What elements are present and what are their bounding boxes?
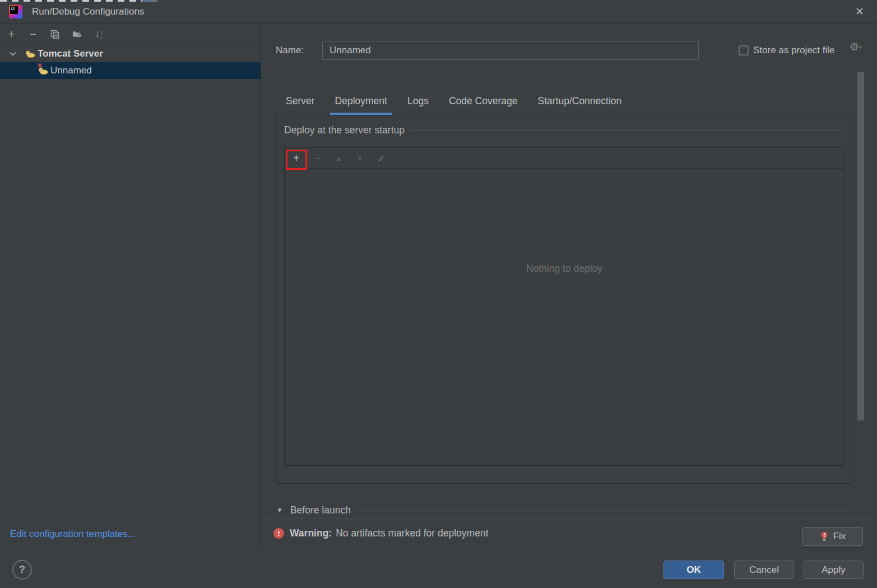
dialog-title: Run/Debug Configurations (32, 0, 144, 24)
move-down-icon[interactable]: ▼ (355, 154, 365, 163)
tab-logs[interactable]: Logs (402, 89, 434, 115)
tab-code-coverage[interactable]: Code Coverage (444, 89, 523, 115)
before-launch-section: ▼ Before launch (276, 502, 852, 518)
add-artifact-icon[interactable]: + (291, 154, 301, 163)
intellij-logo-icon: IJ_ (9, 5, 22, 18)
cancel-button[interactable]: Cancel (734, 561, 794, 579)
sidebar-group-label: Tomcat Server (38, 48, 103, 59)
section-divider (411, 130, 844, 131)
edit-configuration-templates-link[interactable]: Edit configuration templates... (10, 529, 136, 540)
edit-artifact-icon[interactable] (377, 154, 386, 163)
ok-button[interactable]: OK (663, 561, 724, 579)
configurations-sidebar: + − (0, 24, 261, 548)
configuration-editor-panel: Name: Store as project file ⚙▾ Server De… (261, 24, 877, 548)
name-input[interactable] (322, 41, 699, 60)
warning-icon: ! (273, 528, 284, 539)
deployment-tab-content: Deploy at the server startup + − ▲ ▼ N (276, 115, 852, 484)
run-debug-configurations-dialog: IJ_ Run/Debug Configurations ✕ + − (0, 0, 877, 588)
close-icon[interactable]: ✕ (851, 0, 868, 24)
sidebar-item-unnamed[interactable]: ✕ Unnamed (0, 62, 261, 79)
collapse-arrow-icon[interactable]: ▼ (276, 506, 283, 514)
tab-startup-connection[interactable]: Startup/Connection (532, 89, 627, 115)
quickfix-bulb-icon: ! (820, 531, 829, 541)
name-label: Name: (276, 41, 304, 60)
tomcat-icon (25, 49, 35, 59)
vertical-scrollbar-thumb[interactable] (857, 72, 864, 420)
section-divider (358, 510, 852, 511)
tab-deployment[interactable]: Deployment (330, 89, 392, 115)
deployment-list-panel: + − ▲ ▼ Nothing to deploy (284, 147, 844, 466)
remove-artifact-icon[interactable]: − (313, 154, 322, 163)
move-up-icon[interactable]: ▲ (334, 154, 344, 163)
empty-deploy-message: Nothing to deploy (285, 263, 844, 275)
store-as-project-file-checkbox[interactable] (739, 45, 749, 55)
sidebar-item-tomcat-server[interactable]: Tomcat Server (0, 45, 261, 62)
deploy-section-header: Deploy at the server startup (284, 124, 844, 136)
chevron-down-icon (10, 52, 16, 56)
remove-configuration-icon[interactable]: − (29, 30, 38, 39)
fix-button-label: Fix (833, 531, 846, 542)
fix-button[interactable]: ! Fix (802, 527, 863, 546)
add-configuration-icon[interactable]: + (7, 30, 16, 39)
dialog-footer: ? OK Cancel Apply (0, 548, 877, 588)
store-as-project-file-label: Store as project file (753, 41, 835, 60)
deployment-toolbar: + − ▲ ▼ (285, 148, 844, 169)
sidebar-child-label: Unnamed (50, 65, 92, 76)
warning-row: ! Warning: No artifacts marked for deplo… (261, 519, 877, 548)
gear-dropdown-arrow-icon: ▾ (859, 44, 862, 50)
sort-configurations-icon[interactable]: a z (94, 30, 104, 39)
new-folder-icon[interactable] (72, 30, 82, 39)
error-badge-icon: ✕ (37, 62, 43, 70)
gear-icon[interactable]: ⚙▾ (850, 40, 862, 53)
warning-label: Warning: (290, 527, 332, 539)
copy-configuration-icon[interactable] (50, 30, 60, 39)
svg-text:!: ! (823, 533, 825, 538)
help-button[interactable]: ? (12, 560, 32, 580)
svg-text:z: z (100, 34, 103, 39)
configuration-tabs: Server Deployment Logs Code Coverage Sta… (281, 89, 627, 115)
before-launch-label: Before launch (290, 504, 351, 516)
deploy-section-title: Deploy at the server startup (284, 124, 405, 136)
warning-message: No artifacts marked for deployment (336, 527, 488, 539)
apply-button[interactable]: Apply (804, 561, 864, 579)
sidebar-toolbar: + − (0, 24, 261, 45)
tomcat-invalid-icon: ✕ (38, 66, 48, 76)
title-bar: IJ_ Run/Debug Configurations ✕ (0, 0, 877, 24)
tab-server[interactable]: Server (281, 89, 320, 115)
